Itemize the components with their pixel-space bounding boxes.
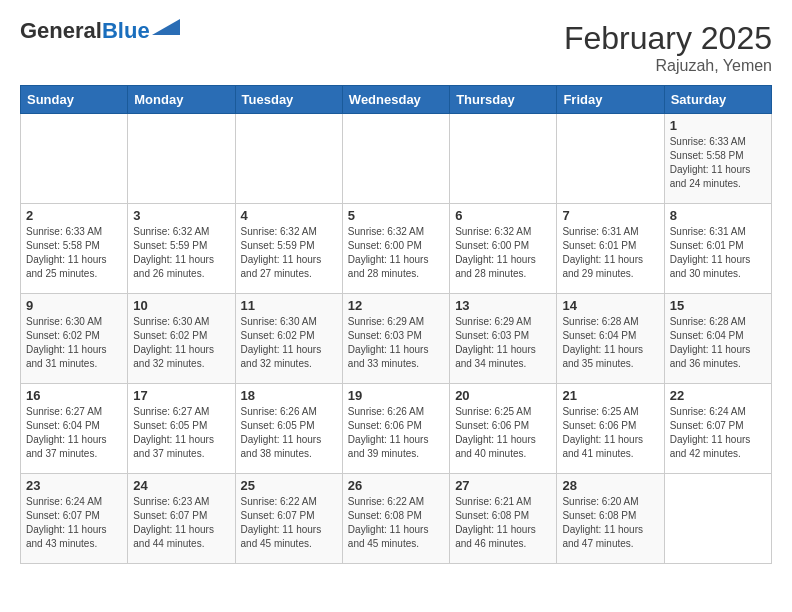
calendar-header: SundayMondayTuesdayWednesdayThursdayFrid… [21,86,772,114]
day-number: 17 [133,388,229,403]
day-cell: 13Sunrise: 6:29 AMSunset: 6:03 PMDayligh… [450,294,557,384]
day-info: Sunrise: 6:31 AMSunset: 6:01 PMDaylight:… [670,225,766,281]
weekday-header-monday: Monday [128,86,235,114]
day-cell: 17Sunrise: 6:27 AMSunset: 6:05 PMDayligh… [128,384,235,474]
day-number: 12 [348,298,444,313]
day-info: Sunrise: 6:25 AMSunset: 6:06 PMDaylight:… [562,405,658,461]
day-cell: 1Sunrise: 6:33 AMSunset: 5:58 PMDaylight… [664,114,771,204]
day-cell: 23Sunrise: 6:24 AMSunset: 6:07 PMDayligh… [21,474,128,564]
day-cell: 16Sunrise: 6:27 AMSunset: 6:04 PMDayligh… [21,384,128,474]
day-info: Sunrise: 6:28 AMSunset: 6:04 PMDaylight:… [562,315,658,371]
day-number: 27 [455,478,551,493]
day-info: Sunrise: 6:21 AMSunset: 6:08 PMDaylight:… [455,495,551,551]
calendar-table: SundayMondayTuesdayWednesdayThursdayFrid… [20,85,772,564]
day-info: Sunrise: 6:32 AMSunset: 5:59 PMDaylight:… [133,225,229,281]
day-number: 3 [133,208,229,223]
week-row-2: 2Sunrise: 6:33 AMSunset: 5:58 PMDaylight… [21,204,772,294]
day-number: 15 [670,298,766,313]
logo-blue: Blue [102,18,150,43]
day-info: Sunrise: 6:27 AMSunset: 6:04 PMDaylight:… [26,405,122,461]
day-number: 5 [348,208,444,223]
day-number: 25 [241,478,337,493]
day-cell: 6Sunrise: 6:32 AMSunset: 6:00 PMDaylight… [450,204,557,294]
day-info: Sunrise: 6:23 AMSunset: 6:07 PMDaylight:… [133,495,229,551]
weekday-header-sunday: Sunday [21,86,128,114]
day-cell: 4Sunrise: 6:32 AMSunset: 5:59 PMDaylight… [235,204,342,294]
day-number: 23 [26,478,122,493]
logo-general: General [20,18,102,43]
day-number: 2 [26,208,122,223]
day-info: Sunrise: 6:24 AMSunset: 6:07 PMDaylight:… [670,405,766,461]
logo-icon [152,19,180,35]
week-row-1: 1Sunrise: 6:33 AMSunset: 5:58 PMDaylight… [21,114,772,204]
day-info: Sunrise: 6:28 AMSunset: 6:04 PMDaylight:… [670,315,766,371]
day-cell: 8Sunrise: 6:31 AMSunset: 6:01 PMDaylight… [664,204,771,294]
day-number: 9 [26,298,122,313]
day-cell: 26Sunrise: 6:22 AMSunset: 6:08 PMDayligh… [342,474,449,564]
day-info: Sunrise: 6:26 AMSunset: 6:05 PMDaylight:… [241,405,337,461]
weekday-header-thursday: Thursday [450,86,557,114]
day-info: Sunrise: 6:30 AMSunset: 6:02 PMDaylight:… [241,315,337,371]
weekday-header-wednesday: Wednesday [342,86,449,114]
week-row-4: 16Sunrise: 6:27 AMSunset: 6:04 PMDayligh… [21,384,772,474]
day-info: Sunrise: 6:29 AMSunset: 6:03 PMDaylight:… [455,315,551,371]
title-block: February 2025 Rajuzah, Yemen [564,20,772,75]
day-cell: 3Sunrise: 6:32 AMSunset: 5:59 PMDaylight… [128,204,235,294]
day-cell: 7Sunrise: 6:31 AMSunset: 6:01 PMDaylight… [557,204,664,294]
day-info: Sunrise: 6:27 AMSunset: 6:05 PMDaylight:… [133,405,229,461]
day-number: 6 [455,208,551,223]
day-number: 18 [241,388,337,403]
page-title: February 2025 [564,20,772,57]
day-info: Sunrise: 6:32 AMSunset: 6:00 PMDaylight:… [348,225,444,281]
day-info: Sunrise: 6:22 AMSunset: 6:07 PMDaylight:… [241,495,337,551]
day-info: Sunrise: 6:33 AMSunset: 5:58 PMDaylight:… [670,135,766,191]
day-cell [342,114,449,204]
day-cell: 5Sunrise: 6:32 AMSunset: 6:00 PMDaylight… [342,204,449,294]
day-number: 13 [455,298,551,313]
day-info: Sunrise: 6:22 AMSunset: 6:08 PMDaylight:… [348,495,444,551]
day-cell: 10Sunrise: 6:30 AMSunset: 6:02 PMDayligh… [128,294,235,384]
day-number: 24 [133,478,229,493]
day-cell: 28Sunrise: 6:20 AMSunset: 6:08 PMDayligh… [557,474,664,564]
logo-text: GeneralBlue [20,20,150,42]
day-cell: 18Sunrise: 6:26 AMSunset: 6:05 PMDayligh… [235,384,342,474]
day-info: Sunrise: 6:33 AMSunset: 5:58 PMDaylight:… [26,225,122,281]
svg-marker-0 [152,19,180,35]
day-cell [235,114,342,204]
day-info: Sunrise: 6:25 AMSunset: 6:06 PMDaylight:… [455,405,551,461]
day-number: 8 [670,208,766,223]
day-info: Sunrise: 6:32 AMSunset: 5:59 PMDaylight:… [241,225,337,281]
week-row-5: 23Sunrise: 6:24 AMSunset: 6:07 PMDayligh… [21,474,772,564]
calendar-body: 1Sunrise: 6:33 AMSunset: 5:58 PMDaylight… [21,114,772,564]
day-info: Sunrise: 6:32 AMSunset: 6:00 PMDaylight:… [455,225,551,281]
day-info: Sunrise: 6:29 AMSunset: 6:03 PMDaylight:… [348,315,444,371]
day-number: 7 [562,208,658,223]
day-cell [664,474,771,564]
day-number: 22 [670,388,766,403]
day-cell: 14Sunrise: 6:28 AMSunset: 6:04 PMDayligh… [557,294,664,384]
day-info: Sunrise: 6:30 AMSunset: 6:02 PMDaylight:… [26,315,122,371]
day-cell [21,114,128,204]
day-cell: 9Sunrise: 6:30 AMSunset: 6:02 PMDaylight… [21,294,128,384]
day-cell: 15Sunrise: 6:28 AMSunset: 6:04 PMDayligh… [664,294,771,384]
day-number: 14 [562,298,658,313]
day-number: 21 [562,388,658,403]
day-number: 28 [562,478,658,493]
day-info: Sunrise: 6:20 AMSunset: 6:08 PMDaylight:… [562,495,658,551]
day-number: 1 [670,118,766,133]
day-number: 16 [26,388,122,403]
week-row-3: 9Sunrise: 6:30 AMSunset: 6:02 PMDaylight… [21,294,772,384]
logo: GeneralBlue [20,20,180,42]
page-header: GeneralBlue February 2025 Rajuzah, Yemen [20,20,772,75]
day-number: 26 [348,478,444,493]
page-subtitle: Rajuzah, Yemen [564,57,772,75]
weekday-header-friday: Friday [557,86,664,114]
day-cell: 20Sunrise: 6:25 AMSunset: 6:06 PMDayligh… [450,384,557,474]
day-cell: 21Sunrise: 6:25 AMSunset: 6:06 PMDayligh… [557,384,664,474]
day-cell: 2Sunrise: 6:33 AMSunset: 5:58 PMDaylight… [21,204,128,294]
day-cell [557,114,664,204]
day-cell [128,114,235,204]
weekday-header-saturday: Saturday [664,86,771,114]
weekday-row: SundayMondayTuesdayWednesdayThursdayFrid… [21,86,772,114]
day-cell: 22Sunrise: 6:24 AMSunset: 6:07 PMDayligh… [664,384,771,474]
